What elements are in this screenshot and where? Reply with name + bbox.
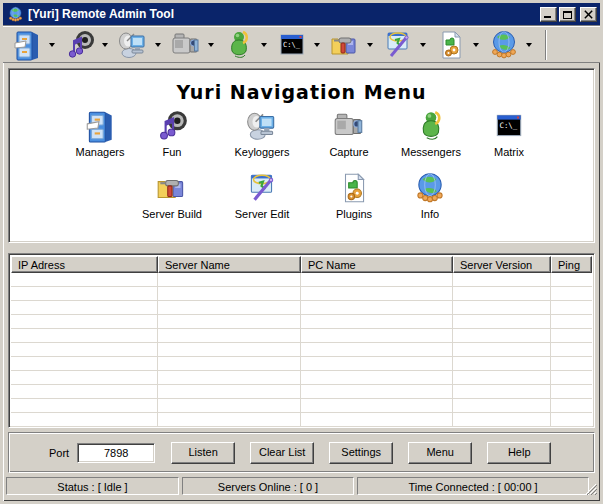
maximize-icon	[563, 11, 572, 19]
capture-icon	[170, 29, 202, 61]
grid-line	[550, 273, 551, 427]
info-icon	[413, 171, 447, 205]
nav-item-matrix[interactable]: Matrix	[464, 109, 554, 158]
keyloggers-icon	[117, 29, 149, 61]
statusbar: Status : [ Idle ] Servers Online : [ 0 ]…	[6, 477, 597, 497]
list-row	[11, 357, 592, 371]
toolbar-matrix-button[interactable]	[276, 29, 322, 61]
server-listview: IP Adress Server Name PC Name Server Ver…	[8, 253, 595, 428]
list-row	[11, 301, 592, 315]
list-row	[11, 287, 592, 301]
minimize-button[interactable]	[540, 7, 557, 22]
chevron-down-icon[interactable]	[49, 43, 55, 47]
toolbar-managers-button[interactable]	[11, 29, 57, 61]
toolbar-server-build-button[interactable]	[329, 29, 375, 61]
listen-button[interactable]: Listen	[171, 442, 235, 464]
nav-item-capture[interactable]: Capture	[304, 109, 394, 158]
chevron-down-icon[interactable]	[420, 43, 426, 47]
chevron-down-icon[interactable]	[314, 43, 320, 47]
messengers-icon	[223, 29, 255, 61]
listview-body	[11, 273, 592, 427]
matrix-icon	[276, 29, 308, 61]
column-header-server-version[interactable]: Server Version	[453, 256, 551, 273]
chevron-down-icon[interactable]	[102, 43, 108, 47]
list-row	[11, 371, 592, 385]
toolbar-keyloggers-button[interactable]	[117, 29, 163, 61]
nav-item-label: Server Build	[127, 208, 217, 220]
port-label: Port	[49, 447, 69, 459]
grid-line	[157, 273, 158, 427]
list-row	[11, 385, 592, 399]
settings-button[interactable]: Settings	[329, 442, 393, 464]
toolbar-info-button[interactable]	[488, 29, 534, 61]
listview-header: IP Adress Server Name PC Name Server Ver…	[11, 256, 592, 273]
time-connected-panel: Time Connected : [ 00:00 ]	[357, 477, 589, 495]
grid-line	[300, 273, 301, 427]
chevron-down-icon[interactable]	[208, 43, 214, 47]
fun-icon	[64, 29, 96, 61]
port-input[interactable]	[77, 443, 155, 463]
column-header-pc-name[interactable]: PC Name	[301, 256, 453, 273]
toolbar-server-edit-button[interactable]	[382, 29, 428, 61]
info-icon	[488, 29, 520, 61]
list-row	[11, 343, 592, 357]
nav-item-label: Messengers	[386, 146, 476, 158]
list-row	[11, 315, 592, 329]
nav-item-label: Keyloggers	[217, 146, 307, 158]
nav-item-label: Fun	[127, 146, 217, 158]
column-header-ping[interactable]: Ping	[551, 256, 592, 273]
control-panel: Port Listen Clear List Settings Menu Hel…	[8, 432, 595, 473]
close-icon	[583, 9, 594, 20]
close-button[interactable]	[580, 7, 597, 22]
nav-item-label: Capture	[304, 146, 394, 158]
messengers-icon	[414, 109, 448, 143]
nav-item-fun[interactable]: Fun	[127, 109, 217, 158]
nav-item-messengers[interactable]: Messengers	[386, 109, 476, 158]
window-title: [Yuri] Remote Admin Tool	[28, 7, 540, 21]
globe-hands-icon	[7, 6, 24, 23]
toolbar-plugins-button[interactable]	[435, 29, 481, 61]
menu-button[interactable]: Menu	[408, 442, 472, 464]
toolbar-capture-button[interactable]	[170, 29, 216, 61]
chevron-down-icon[interactable]	[473, 43, 479, 47]
fun-icon	[155, 109, 189, 143]
nav-item-keyloggers[interactable]: Keyloggers	[217, 109, 307, 158]
toolbar	[3, 25, 600, 63]
chevron-down-icon[interactable]	[526, 43, 532, 47]
toolbar-fun-button[interactable]	[64, 29, 110, 61]
navigation-panel: Yuri Navigation Menu Managers Fun Keylog…	[8, 68, 595, 243]
help-button[interactable]: Help	[487, 442, 551, 464]
chevron-down-icon[interactable]	[155, 43, 161, 47]
capture-icon	[332, 109, 366, 143]
resize-grip[interactable]	[584, 482, 597, 495]
nav-item-info[interactable]: Info	[385, 171, 475, 220]
toolbar-separator	[545, 30, 547, 60]
nav-item-label: Info	[385, 208, 475, 220]
minimize-icon	[544, 16, 551, 18]
nav-item-label: Matrix	[464, 146, 554, 158]
column-header-ip-adress[interactable]: IP Adress	[11, 256, 158, 273]
server-build-icon	[155, 171, 189, 205]
grid-line	[452, 273, 453, 427]
server-build-icon	[329, 29, 361, 61]
maximize-button[interactable]	[559, 7, 576, 22]
plugins-icon	[435, 29, 467, 61]
list-row	[11, 273, 592, 287]
chevron-down-icon[interactable]	[367, 43, 373, 47]
status-panel: Status : [ Idle ]	[6, 477, 179, 495]
titlebar[interactable]: [Yuri] Remote Admin Tool	[3, 3, 600, 25]
nav-item-server-build[interactable]: Server Build	[127, 171, 217, 220]
keyloggers-icon	[245, 109, 279, 143]
matrix-icon	[492, 109, 526, 143]
column-header-server-name[interactable]: Server Name	[158, 256, 301, 273]
list-row	[11, 399, 592, 413]
clear-list-button[interactable]: Clear List	[250, 442, 314, 464]
list-row	[11, 413, 592, 427]
nav-item-server-edit[interactable]: Server Edit	[217, 171, 307, 220]
chevron-down-icon[interactable]	[261, 43, 267, 47]
toolbar-messengers-button[interactable]	[223, 29, 269, 61]
managers-icon	[83, 109, 117, 143]
servers-online-panel: Servers Online : [ 0 ]	[182, 477, 354, 495]
managers-icon	[11, 29, 43, 61]
app-window: [Yuri] Remote Admin Tool	[0, 0, 603, 504]
